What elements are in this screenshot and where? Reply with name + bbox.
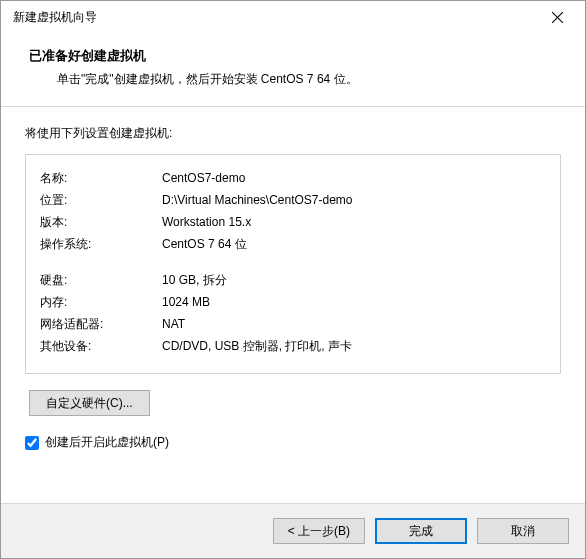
setting-label: 其他设备: (40, 335, 162, 357)
setting-label: 名称: (40, 167, 162, 189)
wizard-header: 已准备好创建虚拟机 单击"完成"创建虚拟机，然后开始安装 CentOS 7 64… (1, 33, 585, 106)
setting-label: 版本: (40, 211, 162, 233)
setting-label: 内存: (40, 291, 162, 313)
setting-label: 网络适配器: (40, 313, 162, 335)
setting-row-network: 网络适配器: NAT (40, 313, 546, 335)
customize-hardware-button[interactable]: 自定义硬件(C)... (29, 390, 150, 416)
wizard-content: 将使用下列设置创建虚拟机: 名称: CentOS7-demo 位置: D:\Vi… (1, 107, 585, 503)
setting-row-name: 名称: CentOS7-demo (40, 167, 546, 189)
power-on-checkbox[interactable] (25, 436, 39, 450)
setting-row-other: 其他设备: CD/DVD, USB 控制器, 打印机, 声卡 (40, 335, 546, 357)
close-icon (552, 12, 563, 23)
finish-button[interactable]: 完成 (375, 518, 467, 544)
setting-value: D:\Virtual Machines\CentOS7-demo (162, 189, 546, 211)
setting-value: Workstation 15.x (162, 211, 546, 233)
window-title: 新建虚拟机向导 (13, 9, 97, 26)
setting-label: 位置: (40, 189, 162, 211)
setting-row-os: 操作系统: CentOS 7 64 位 (40, 233, 546, 255)
settings-summary-box: 名称: CentOS7-demo 位置: D:\Virtual Machines… (25, 154, 561, 374)
back-button[interactable]: < 上一步(B) (273, 518, 365, 544)
setting-row-location: 位置: D:\Virtual Machines\CentOS7-demo (40, 189, 546, 211)
setting-label: 硬盘: (40, 269, 162, 291)
setting-row-disk: 硬盘: 10 GB, 拆分 (40, 269, 546, 291)
close-button[interactable] (537, 3, 577, 31)
power-on-checkbox-row: 创建后开启此虚拟机(P) (25, 434, 561, 451)
row-gap (40, 255, 546, 269)
page-subtitle: 单击"完成"创建虚拟机，然后开始安装 CentOS 7 64 位。 (29, 71, 557, 88)
setting-value: 1024 MB (162, 291, 546, 313)
wizard-footer: < 上一步(B) 完成 取消 (1, 503, 585, 558)
cancel-button[interactable]: 取消 (477, 518, 569, 544)
setting-value: NAT (162, 313, 546, 335)
setting-value: CD/DVD, USB 控制器, 打印机, 声卡 (162, 335, 546, 357)
settings-intro: 将使用下列设置创建虚拟机: (25, 125, 561, 142)
setting-value: CentOS7-demo (162, 167, 546, 189)
titlebar: 新建虚拟机向导 (1, 1, 585, 33)
setting-row-version: 版本: Workstation 15.x (40, 211, 546, 233)
setting-row-memory: 内存: 1024 MB (40, 291, 546, 313)
setting-value: 10 GB, 拆分 (162, 269, 546, 291)
setting-value: CentOS 7 64 位 (162, 233, 546, 255)
power-on-checkbox-label: 创建后开启此虚拟机(P) (45, 434, 169, 451)
page-title: 已准备好创建虚拟机 (29, 47, 557, 65)
setting-label: 操作系统: (40, 233, 162, 255)
